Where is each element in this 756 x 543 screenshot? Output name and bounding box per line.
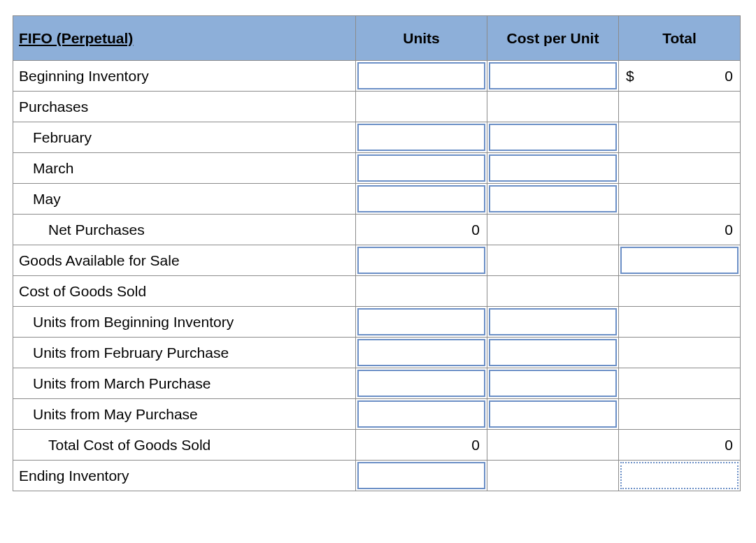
- input-units-may-cpu[interactable]: [489, 400, 617, 428]
- row-beginning-inventory: Beginning Inventory $ 0: [13, 61, 741, 92]
- label-may: May: [13, 184, 356, 215]
- calc-beginning-inventory-total: $ 0: [619, 61, 741, 92]
- label-gafs: Goods Available for Sale: [13, 245, 356, 276]
- label-net-purchases: Net Purchases: [13, 215, 356, 245]
- input-march-units[interactable]: [357, 154, 485, 182]
- row-march: March: [13, 153, 741, 184]
- input-gafs-units[interactable]: [357, 247, 485, 274]
- input-beginning-inventory-cpu[interactable]: [489, 62, 617, 89]
- row-february: February: [13, 122, 741, 153]
- input-units-feb-units[interactable]: [357, 339, 485, 366]
- label-purchases: Purchases: [13, 92, 356, 122]
- row-net-purchases: Net Purchases 0 0: [13, 215, 741, 245]
- label-march: March: [13, 153, 356, 184]
- row-purchases-header: Purchases: [13, 92, 741, 122]
- input-may-cpu[interactable]: [489, 185, 617, 212]
- row-ending-inventory: Ending Inventory: [13, 461, 741, 491]
- col-header-units: Units: [356, 16, 487, 61]
- table-title: FIFO (Perpetual): [13, 16, 356, 61]
- input-gafs-total[interactable]: [620, 247, 739, 274]
- row-units-from-bi: Units from Beginning Inventory: [13, 307, 741, 338]
- label-ending-inventory: Ending Inventory: [13, 461, 356, 491]
- col-header-cost-per-unit: Cost per Unit: [487, 16, 619, 61]
- calc-total-cogs-total: 0: [619, 430, 741, 461]
- label-units-mar: Units from March Purchase: [13, 368, 356, 399]
- row-total-cogs: Total Cost of Goods Sold 0 0: [13, 430, 741, 461]
- label-beginning-inventory: Beginning Inventory: [13, 61, 356, 92]
- input-units-may-units[interactable]: [357, 400, 485, 428]
- calc-net-purchases-units: 0: [356, 215, 487, 245]
- input-ending-inventory-units[interactable]: [357, 462, 485, 489]
- calc-total-cogs-units: 0: [356, 430, 487, 461]
- label-units-feb: Units from February Purchase: [13, 338, 356, 368]
- input-may-units[interactable]: [357, 185, 485, 212]
- input-february-units[interactable]: [357, 124, 485, 151]
- label-units-bi: Units from Beginning Inventory: [13, 307, 356, 338]
- row-may: May: [13, 184, 741, 215]
- label-total-cogs: Total Cost of Goods Sold: [13, 430, 356, 461]
- input-ending-inventory-total[interactable]: [620, 462, 739, 489]
- input-march-cpu[interactable]: [489, 154, 617, 182]
- fifo-perpetual-table: FIFO (Perpetual) Units Cost per Unit Tot…: [13, 15, 741, 491]
- input-units-mar-cpu[interactable]: [489, 370, 617, 397]
- col-header-total: Total: [619, 16, 741, 61]
- input-units-mar-units[interactable]: [357, 370, 485, 397]
- input-units-bi-units[interactable]: [357, 308, 485, 335]
- input-beginning-inventory-units[interactable]: [357, 62, 485, 89]
- row-units-from-mar: Units from March Purchase: [13, 368, 741, 399]
- row-units-from-may: Units from May Purchase: [13, 399, 741, 430]
- row-cogs-header: Cost of Goods Sold: [13, 276, 741, 307]
- label-cogs: Cost of Goods Sold: [13, 276, 356, 307]
- input-february-cpu[interactable]: [489, 124, 617, 151]
- label-february: February: [13, 122, 356, 153]
- label-units-may: Units from May Purchase: [13, 399, 356, 430]
- calc-net-purchases-total: 0: [619, 215, 741, 245]
- input-units-bi-cpu[interactable]: [489, 308, 617, 335]
- input-units-feb-cpu[interactable]: [489, 339, 617, 366]
- row-units-from-feb: Units from February Purchase: [13, 338, 741, 368]
- row-goods-available-for-sale: Goods Available for Sale: [13, 245, 741, 276]
